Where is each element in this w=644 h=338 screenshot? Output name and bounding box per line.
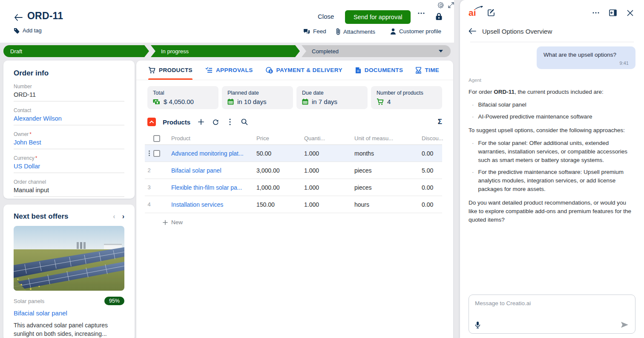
order-detail-card: PRODUCTS APPROVALS $ PAYMENT & DELIVERY …	[136, 61, 453, 338]
select-all-checkbox[interactable]	[153, 135, 160, 142]
agent-label: Agent	[469, 78, 635, 83]
expand-icon[interactable]	[448, 2, 455, 9]
document-icon	[355, 67, 361, 74]
chat-input-placeholder: Message to Creatio.ai	[475, 300, 629, 306]
send-for-approval-button[interactable]: Send for approval	[345, 10, 411, 24]
microphone-icon[interactable]	[475, 321, 482, 329]
stage-in-progress[interactable]: In progress	[151, 45, 300, 57]
settings-gear-icon[interactable]	[438, 2, 445, 9]
metric-due-date-value: in 7 days	[312, 98, 337, 105]
search-icon[interactable]	[241, 118, 248, 126]
row-checkbox[interactable]	[153, 150, 160, 157]
product-link[interactable]: Flexible thin-film solar pa...	[171, 184, 256, 191]
product-link[interactable]: Bifacial solar panel	[171, 167, 256, 174]
checklist-icon	[205, 67, 213, 73]
collapse-section-button[interactable]	[147, 118, 156, 126]
offers-next-icon[interactable]: ›	[122, 213, 124, 220]
hourglass-icon	[416, 67, 421, 74]
agent-paragraph: Do you want detailed product recommendat…	[469, 199, 635, 224]
stage-draft[interactable]: Draft	[3, 45, 149, 57]
product-link[interactable]: Advanced monitoring plat...	[171, 150, 256, 157]
list-item: ·Bifacial solar panel	[469, 101, 635, 109]
tab-payment-delivery[interactable]: $ PAYMENT & DELIVERY	[266, 61, 342, 80]
offers-prev-icon[interactable]: ‹	[113, 213, 115, 220]
calendar-icon	[302, 98, 308, 105]
offer-image	[14, 226, 124, 291]
attachments-button[interactable]: Attachments	[336, 28, 375, 35]
tag-icon	[14, 28, 20, 34]
feed-button[interactable]: Feed	[303, 28, 326, 35]
order-channel-value: Manual input	[14, 187, 124, 194]
panel-more-icon[interactable]	[592, 9, 600, 17]
chat-messages: What are the upsell options? 9:41 Agent …	[460, 42, 644, 224]
offer-product-link[interactable]: Bifacial solar panel	[14, 309, 124, 317]
tab-documents[interactable]: DOCUMENTS	[355, 61, 403, 80]
tab-products[interactable]: PRODUCTS	[148, 61, 193, 80]
table-row: 3 Flexible thin-film solar pa... 1,000.0…	[145, 179, 442, 196]
agent-list: ·Bifacial solar panel ·AI-Powered predic…	[469, 101, 635, 121]
person-icon	[390, 28, 396, 35]
stage-completed[interactable]: Completed	[302, 45, 451, 57]
feed-icon	[303, 29, 310, 35]
refresh-icon[interactable]	[212, 118, 219, 126]
order-info-card: Order info Number ORD-11 Contact Alexand…	[3, 61, 135, 199]
products-section-title: Products	[163, 118, 190, 126]
chat-input[interactable]: Message to Creatio.ai	[469, 295, 635, 334]
stage-progress-bar: Draft In progress Completed	[3, 45, 451, 57]
metric-planned-date: Planned date in 10 days	[222, 86, 293, 109]
add-product-button[interactable]	[197, 118, 205, 126]
owner-link[interactable]: John Best	[14, 139, 124, 146]
chevron-up-icon	[150, 121, 154, 123]
close-button[interactable]: Close	[318, 13, 334, 20]
plus-icon	[163, 220, 168, 225]
agent-paragraph: To suggest upsell options, consider the …	[469, 126, 635, 135]
back-button[interactable]	[13, 12, 24, 23]
new-chat-icon[interactable]	[487, 9, 495, 17]
tab-timeline[interactable]: TIME	[416, 61, 439, 80]
field-currency: Currency* US Dollar	[14, 155, 124, 173]
field-owner: Owner* John Best	[14, 131, 124, 149]
products-table: Product Price Quanti... Unit of measu...…	[145, 132, 442, 225]
list-item: ·For the solar panel: Offer additional u…	[469, 139, 635, 165]
summaries-sigma-button[interactable]: Σ	[438, 118, 442, 126]
customer-profile-button[interactable]: Customer profile	[390, 28, 441, 35]
metrics-row: Total $ 4,050.00 Planned date in 10 days…	[136, 80, 453, 109]
add-new-row-button[interactable]: New	[145, 213, 442, 225]
field-number: Number ORD-11	[14, 84, 124, 101]
table-header-row: Product Price Quanti... Unit of measu...…	[145, 132, 442, 145]
calendar-icon	[227, 98, 234, 105]
add-tag-button[interactable]: Add tag	[14, 27, 42, 34]
agent-list: ·For the solar panel: Offer additional u…	[469, 139, 635, 194]
cart-icon	[148, 67, 155, 74]
list-item: ·For the predictive maintenance software…	[469, 168, 635, 194]
lock-icon[interactable]	[435, 13, 444, 21]
chat-back-button[interactable]	[469, 27, 476, 35]
send-message-icon[interactable]	[621, 321, 629, 329]
metric-product-count: Number of products 4	[371, 86, 442, 109]
metric-total: Total $ 4,050.00	[147, 86, 218, 109]
offer-category: Solar panels	[14, 298, 44, 304]
next-best-offers-card: Next best offers ‹ ›	[3, 205, 135, 338]
more-actions-button[interactable]	[417, 12, 428, 22]
attachments-label: Attachments	[343, 29, 375, 35]
currency-link[interactable]: US Dollar	[14, 163, 124, 170]
kebab-menu-icon[interactable]	[226, 118, 234, 126]
metric-product-count-value: 4	[387, 98, 391, 105]
message-timestamp: 9:41	[543, 61, 629, 66]
dock-panel-icon[interactable]	[609, 9, 617, 17]
customer-profile-label: Customer profile	[399, 28, 441, 35]
close-panel-icon[interactable]	[626, 9, 634, 17]
agent-paragraph: For order ORD-11, the current products i…	[469, 88, 635, 96]
product-link[interactable]: Installation services	[171, 201, 256, 208]
contact-link[interactable]: Alexander Wilson	[14, 115, 124, 122]
stage-dropdown-caret[interactable]	[439, 50, 443, 52]
paperclip-icon	[336, 28, 340, 35]
user-message-text: What are the upsell options?	[543, 52, 629, 58]
table-row: 2 Bifacial solar panel 3,000.00 1.000 pi…	[145, 162, 442, 179]
main-workspace: ORD-11 Add tag Close Send for approval F…	[0, 0, 454, 338]
drag-handle[interactable]	[145, 150, 153, 156]
creatio-ai-panel: ai Upsell Options Overview What are the …	[460, 0, 644, 338]
metric-due-date: Due date in 7 days	[296, 86, 368, 109]
record-header: ORD-11 Add tag Close Send for approval F…	[0, 0, 454, 43]
tab-approvals[interactable]: APPROVALS	[205, 61, 253, 80]
